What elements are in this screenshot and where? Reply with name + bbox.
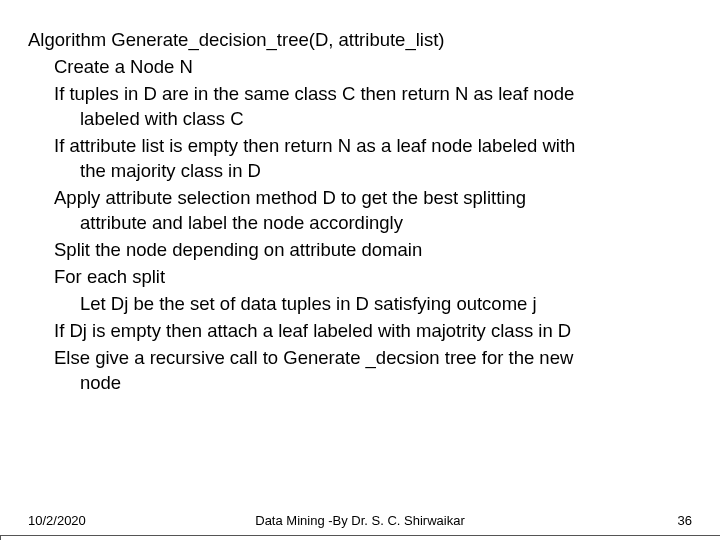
algo-line: Split the node depending on attribute do… [54,238,692,263]
footer-date: 10/2/2020 [28,513,86,528]
algo-line: If attribute list is empty then return N… [54,134,692,184]
slide: Algorithm Generate_decision_tree(D, attr… [0,0,720,540]
algorithm-title: Algorithm Generate_decision_tree(D, attr… [28,28,692,53]
algo-line: Let Dj be the set of data tuples in D sa… [80,292,692,317]
algo-line: Else give a recursive call to Generate _… [54,346,692,396]
footer-page: 36 [678,513,692,528]
slide-footer: 10/2/2020 Data Mining -By Dr. S. C. Shir… [0,513,720,528]
footer-divider [0,535,720,540]
algo-line: For each split [54,265,692,290]
algo-line: If tuples in D are in the same class C t… [54,82,692,132]
slide-content: Algorithm Generate_decision_tree(D, attr… [28,28,692,396]
algo-line: Apply attribute selection method D to ge… [54,186,692,236]
algo-line: Create a Node N [54,55,692,80]
algo-line: If Dj is empty then attach a leaf labele… [54,319,692,344]
footer-title: Data Mining -By Dr. S. C. Shirwaikar [255,513,465,528]
